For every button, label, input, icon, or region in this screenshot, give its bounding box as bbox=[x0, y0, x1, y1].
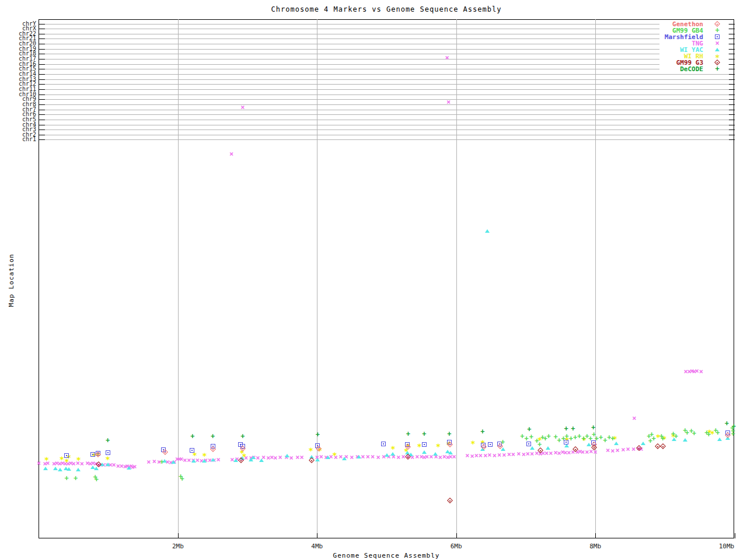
chromosome-gridline bbox=[39, 69, 735, 69]
data-point-wi-yac bbox=[67, 467, 71, 471]
y-tick-right bbox=[729, 130, 735, 130]
data-point-tng: × bbox=[215, 456, 222, 463]
data-point-wi-rh: ∗ bbox=[200, 450, 208, 459]
y-tick-left bbox=[39, 110, 45, 110]
data-point-wi-yac bbox=[717, 438, 722, 441]
data-point-decode: + bbox=[570, 425, 577, 432]
y-tick-left bbox=[39, 139, 45, 140]
data-point-wi-yac bbox=[127, 466, 131, 470]
y-tick-left bbox=[39, 130, 45, 130]
y-tick-right bbox=[729, 79, 735, 80]
data-point-decode: + bbox=[104, 437, 111, 444]
data-point-wi-yac bbox=[171, 460, 176, 464]
y-tick-right bbox=[729, 99, 735, 100]
data-point-gm99-gb4: + bbox=[500, 439, 507, 446]
y-tick-left bbox=[39, 74, 45, 75]
chromosome-gridline bbox=[39, 120, 735, 120]
data-point-wi-yac bbox=[390, 452, 395, 456]
data-point-gm99-gb4: + bbox=[93, 476, 100, 483]
y-tick-right bbox=[729, 49, 735, 50]
legend-symbol-tng: × bbox=[714, 40, 721, 47]
y-tick-left bbox=[39, 125, 45, 125]
chromosome-gridline bbox=[39, 54, 735, 54]
data-point-wi-yac bbox=[233, 459, 238, 462]
y-tick-right bbox=[729, 54, 735, 54]
data-point-wi-yac bbox=[43, 467, 48, 470]
data-point-decode: + bbox=[479, 428, 486, 435]
x-tick-label: 4Mb bbox=[299, 542, 334, 550]
data-point-gm99-gb4: + bbox=[609, 435, 616, 442]
data-point-wi-yac bbox=[433, 452, 438, 456]
data-point-tng: × bbox=[131, 463, 138, 470]
x-gridline bbox=[456, 19, 457, 538]
y-tick-left bbox=[39, 24, 45, 24]
y-tick-left bbox=[39, 49, 45, 50]
data-point-wi-yac bbox=[259, 459, 264, 462]
chromosome-gridline bbox=[39, 89, 735, 90]
data-point-genethon bbox=[162, 449, 168, 455]
y-tick-label: chr1 bbox=[0, 136, 36, 142]
data-point-wi-yac bbox=[530, 446, 535, 450]
data-point-wi-yac bbox=[251, 456, 256, 459]
chromosome-gridline bbox=[39, 24, 735, 24]
y-tick-right bbox=[729, 24, 735, 24]
y-tick-left bbox=[39, 59, 45, 60]
data-point-wi-rh: ∗ bbox=[434, 441, 442, 449]
y-tick-right bbox=[729, 29, 735, 29]
legend-symbol-marshfield bbox=[715, 34, 720, 39]
chromosome-gridline bbox=[39, 94, 735, 95]
data-point-wi-yac bbox=[683, 438, 687, 442]
data-point-wi-yac bbox=[448, 451, 453, 454]
y-tick-left bbox=[39, 44, 45, 44]
chromosome-gridline bbox=[39, 49, 735, 50]
chromosome-gridline bbox=[39, 125, 735, 125]
data-point-wi-yac bbox=[106, 463, 110, 466]
data-point-tng: × bbox=[444, 54, 451, 61]
data-point-wi-yac bbox=[53, 467, 58, 470]
data-point-tng: × bbox=[631, 415, 638, 422]
chromosome-gridline bbox=[39, 135, 735, 135]
data-point-decode: + bbox=[239, 433, 246, 440]
x-tick-label: 2Mb bbox=[160, 542, 196, 550]
chromosome-gridline bbox=[39, 38, 735, 39]
data-point-wi-yac bbox=[422, 450, 427, 454]
data-point-tng: × bbox=[239, 104, 246, 111]
data-point-gm99-gb4: + bbox=[659, 435, 666, 442]
data-point-gm99-gb4: + bbox=[63, 475, 70, 482]
data-point-wi-yac bbox=[342, 457, 347, 460]
data-point-gm99-gb4: + bbox=[729, 430, 736, 438]
chromosome-gridline bbox=[39, 104, 735, 105]
y-tick-left bbox=[39, 135, 45, 135]
y-tick-left bbox=[39, 114, 45, 115]
data-point-decode: + bbox=[404, 430, 411, 438]
y-tick-right bbox=[729, 64, 735, 65]
data-point-tng: × bbox=[228, 150, 235, 158]
y-tick-right bbox=[729, 114, 735, 115]
y-tick-right bbox=[729, 110, 735, 110]
data-point-wi-yac bbox=[546, 446, 550, 450]
data-point-decode: + bbox=[446, 430, 453, 438]
data-point-wi-rh: ∗ bbox=[307, 445, 315, 453]
data-point-wi-yac bbox=[191, 459, 196, 463]
chromosome-gridline bbox=[39, 64, 735, 65]
data-point-marshfield bbox=[488, 442, 493, 447]
data-point-marshfield bbox=[64, 453, 69, 458]
y-tick-left bbox=[39, 84, 45, 85]
data-point-decode: + bbox=[526, 426, 533, 433]
data-point-wi-yac bbox=[315, 458, 320, 461]
y-tick-left bbox=[39, 99, 45, 100]
y-tick-right bbox=[729, 139, 735, 140]
data-point-decode: + bbox=[590, 424, 597, 431]
y-tick-left bbox=[39, 94, 45, 95]
y-tick-left bbox=[39, 64, 45, 65]
legend-symbol-gm99-gb4: + bbox=[714, 27, 721, 34]
data-point-decode: + bbox=[723, 420, 730, 427]
data-point-gm99-gb4: + bbox=[672, 433, 679, 440]
data-point-wi-yac bbox=[357, 455, 361, 459]
y-tick-right bbox=[729, 34, 735, 34]
data-point-gm99-g3 bbox=[447, 498, 453, 503]
data-point-gm99-gb4: + bbox=[158, 459, 165, 466]
y-tick-right bbox=[729, 38, 735, 39]
chromosome-gridline bbox=[39, 130, 735, 130]
x-tick bbox=[317, 533, 317, 538]
